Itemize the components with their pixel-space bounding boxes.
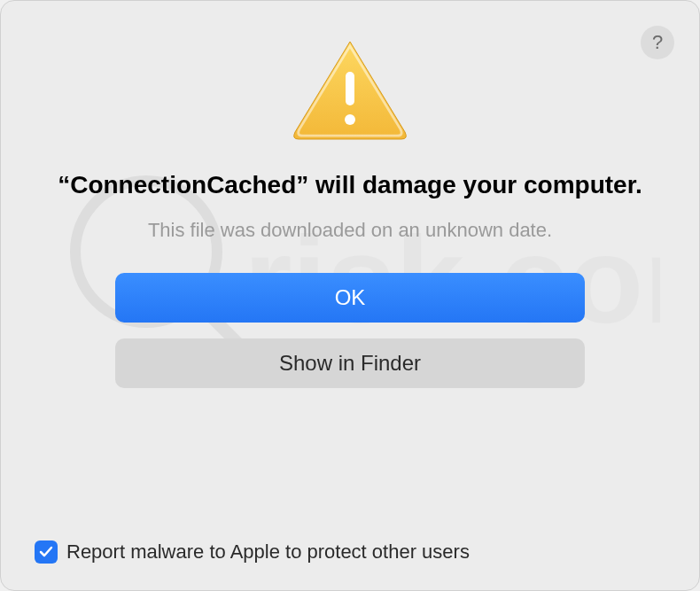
alert-dialog: risk.com ? “ConnectionCached” will damag… xyxy=(0,0,700,591)
svg-rect-3 xyxy=(346,72,354,105)
dialog-title: “ConnectionCached” will damage your comp… xyxy=(22,169,678,201)
show-in-finder-button[interactable]: Show in Finder xyxy=(115,338,585,388)
ok-button[interactable]: OK xyxy=(115,273,585,323)
dialog-subtitle: This file was downloaded on an unknown d… xyxy=(113,219,587,242)
report-checkbox-row: Report malware to Apple to protect other… xyxy=(35,540,470,564)
report-checkbox[interactable] xyxy=(35,540,58,564)
svg-point-4 xyxy=(345,114,355,125)
button-container: OK Show in Finder xyxy=(115,273,585,388)
dialog-content: “ConnectionCached” will damage your comp… xyxy=(1,36,699,432)
checkmark-icon xyxy=(38,544,54,560)
report-checkbox-label: Report malware to Apple to protect other… xyxy=(66,540,470,564)
warning-icon xyxy=(288,36,412,143)
